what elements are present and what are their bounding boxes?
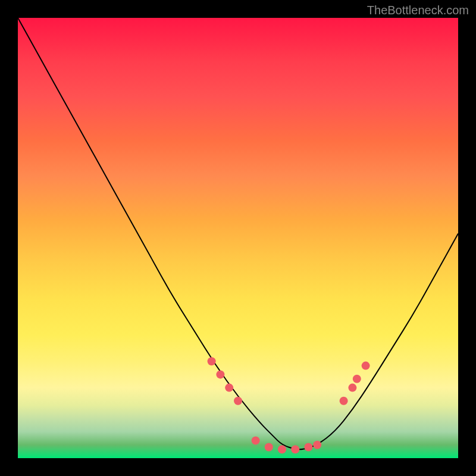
watermark-text: TheBottleneck.com [367, 4, 469, 17]
chart-svg [18, 18, 458, 458]
curve-marker [252, 436, 260, 444]
bottleneck-curve-line [18, 18, 458, 449]
curve-marker [225, 384, 233, 392]
curve-marker [216, 370, 224, 378]
curve-marker [340, 397, 348, 405]
curve-marker [291, 445, 299, 453]
curve-marker [362, 362, 370, 370]
curve-marker [313, 441, 321, 449]
curve-marker [348, 384, 356, 392]
chart-plot-area [18, 18, 458, 458]
curve-marker [265, 443, 273, 452]
curve-markers [208, 357, 370, 453]
curve-marker [208, 357, 216, 365]
curve-marker [353, 375, 361, 383]
curve-marker [304, 443, 312, 452]
curve-marker [234, 397, 242, 405]
curve-marker [278, 445, 286, 453]
